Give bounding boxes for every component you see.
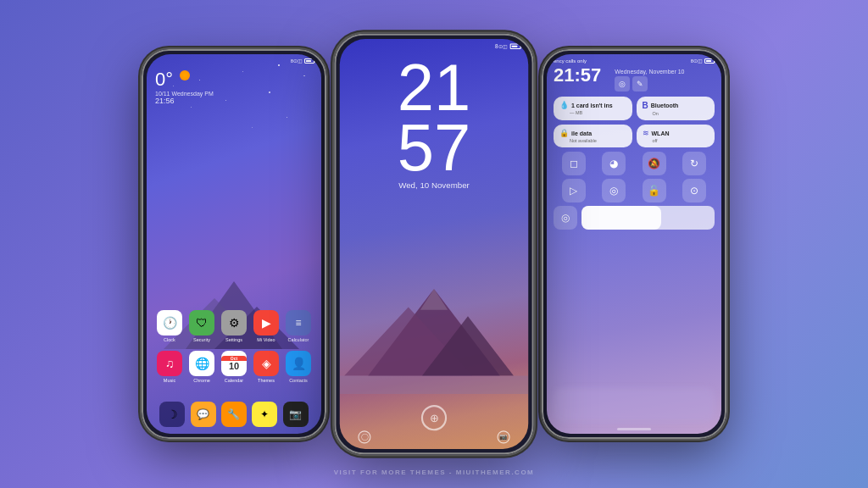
fingerprint-icon[interactable]: ⊕ [421,405,447,430]
phone-1-screen: 8⊙◫ 0° 10/11 Wednesday PM 21:56 [147,54,321,434]
ctrl-btn-7[interactable]: 🔓 [643,179,666,202]
ctrl-btn-3[interactable]: 🔕 [643,152,666,175]
app-clock-label: Clock [164,337,175,342]
icon-row-1: ◻ ◕ 🔕 ↻ [547,152,721,175]
app-contacts-label: Contacts [289,378,308,383]
ctrl-btn-8[interactable]: ⊙ [682,179,706,202]
icon-row-2: ▷ ◎ 🔓 ⊙ [547,179,721,202]
sim-title: 1 card isn't ins [571,103,613,108]
ctrl-btn-6[interactable]: ◎ [602,179,626,202]
bluetooth-sub: On [653,111,709,116]
dock-moon[interactable]: ☽ [159,402,185,427]
ctrl-bottom-icon[interactable]: ◎ [554,206,577,230]
app-mivideo-label: Mi Video [257,337,275,342]
bottom-control: ◎ [547,206,721,230]
app-security[interactable]: 🛡 Security [189,310,214,342]
app-calc-label: Calculator [288,337,309,342]
phone3-status-bar: ency calls only 8⊙◫ [547,54,721,64]
camera-quick-icon[interactable]: ◎ [615,76,630,92]
control-row-2: 🔒 ile data Not available ≋ WLAN off [554,125,715,147]
sim-sub: — MB [570,110,626,115]
brightness-slider[interactable] [581,206,715,230]
app-settings[interactable]: ⚙ Settings [221,310,247,342]
bluetooth-icon: B [643,101,648,110]
mobile-data-sub: Not available [570,138,626,143]
app-row-1: 🕐 Clock 🛡 Security ⚙ Settings ▶ Mi Video [153,310,314,342]
phone2-date: Wed, 10 November [340,180,528,190]
phone3-status-text: ency calls only [554,58,587,64]
tile-wlan[interactable]: ≋ WLAN off [637,125,715,147]
phone-3: ency calls only 8⊙◫ 21:57 Wednesday, Nov… [542,49,726,439]
ctrl-btn-4[interactable]: ↻ [682,152,706,175]
app-contacts[interactable]: 👤 Contacts [286,351,311,383]
phone1-status-icons: 8⊙◫ [291,58,314,64]
ctrl-btn-1[interactable]: ◻ [562,152,586,175]
phone3-date: Wednesday, November 10 [615,69,684,75]
phone2-bottom-nav: ◯ 📷 [340,430,528,443]
app-themes[interactable]: ◈ Themes [253,351,279,383]
phones-container: 8⊙◫ 0° 10/11 Wednesday PM 21:56 [0,0,868,488]
phone2-hour: 21 [340,58,528,118]
dock-star[interactable]: ✦ [252,402,277,427]
app-music-label: Music [164,378,175,383]
sim-icon: 💧 [559,101,569,109]
home-indicator [617,428,651,430]
wlan-title: WLAN [652,130,670,136]
phone-2: 8⊙◫ 21 57 Wed, 10 November [334,34,533,455]
blurred-app-dock [554,388,715,422]
control-row-1: 💧 1 card isn't ins — MB B Bluetooth On [554,97,715,120]
phone1-date: 10/11 Wednesday PM [155,91,313,97]
sun-icon [180,70,190,80]
tile-bluetooth[interactable]: B Bluetooth On [637,97,715,120]
app-calendar-label: Calendar [225,378,243,383]
app-calculator[interactable]: ≡ Calculator [286,310,311,342]
phone3-status-icons: 8⊙◫ [691,58,715,64]
mobile-data-icon: 🔒 [559,129,569,137]
phone2-circle-icon[interactable]: ◯ [358,430,370,443]
phone3-time-display: 21:57 Wednesday, November 10 ◎ ✎ [547,64,721,92]
dock-camera[interactable]: 📷 [283,402,309,427]
phone1-status-bar: 8⊙◫ [147,54,321,64]
phone3-clock: 21:57 [554,65,601,86]
phone2-big-clock: 21 57 [340,58,528,177]
phone2-status-bar: 8⊙◫ [340,39,528,49]
edit-quick-icon[interactable]: ✎ [632,76,648,92]
app-settings-label: Settings [225,337,242,342]
app-row-2: ♫ Music 🌐 Chrome Oct 10 Calendar [153,351,314,383]
phone2-mountain [340,285,528,395]
tile-mobile-data[interactable]: 🔒 ile data Not available [554,125,632,147]
wlan-sub: off [653,138,709,143]
phone-1: 8⊙◫ 0° 10/11 Wednesday PM 21:56 [142,49,326,439]
ctrl-btn-2[interactable]: ◕ [602,152,626,175]
phone2-status-icons: 8⊙◫ [495,42,521,49]
phone1-dock: ☽ 💬 🔧 ✦ 📷 [147,402,321,427]
dock-messages[interactable]: 💬 [191,402,216,427]
phone1-app-grid: 🕐 Clock 🛡 Security ⚙ Settings ▶ Mi Video [147,310,321,391]
phone-2-screen: 8⊙◫ 21 57 Wed, 10 November [340,39,528,449]
svg-rect-7 [340,376,528,395]
temperature: 0° [155,70,173,89]
app-chrome[interactable]: 🌐 Chrome [189,351,214,383]
mobile-data-title: ile data [571,130,592,136]
dock-tools[interactable]: 🔧 [221,402,247,427]
wlan-icon: ≋ [643,129,649,137]
ctrl-btn-5[interactable]: ▷ [562,179,586,202]
control-tiles: 💧 1 card isn't ins — MB B Bluetooth On [547,92,721,147]
bluetooth-title: Bluetooth [651,103,679,108]
app-security-label: Security [193,337,210,342]
tile-sim[interactable]: 💧 1 card isn't ins — MB [554,97,632,120]
app-chrome-label: Chrome [193,378,210,383]
phone1-time: 21:56 [155,97,313,105]
app-music[interactable]: ♫ Music [157,351,182,383]
phone-3-screen: ency calls only 8⊙◫ 21:57 Wednesday, Nov… [547,54,721,434]
phone1-weather-widget: 0° 10/11 Wednesday PM 21:56 [147,64,321,105]
svg-marker-6 [420,289,448,310]
app-clock[interactable]: 🕐 Clock [157,310,182,342]
phone2-camera-icon[interactable]: 📷 [498,430,510,443]
phone2-minute: 57 [340,118,528,177]
app-calendar[interactable]: Oct 10 Calendar [221,351,247,383]
app-themes-label: Themes [258,378,275,383]
app-mivideo[interactable]: ▶ Mi Video [253,310,279,342]
